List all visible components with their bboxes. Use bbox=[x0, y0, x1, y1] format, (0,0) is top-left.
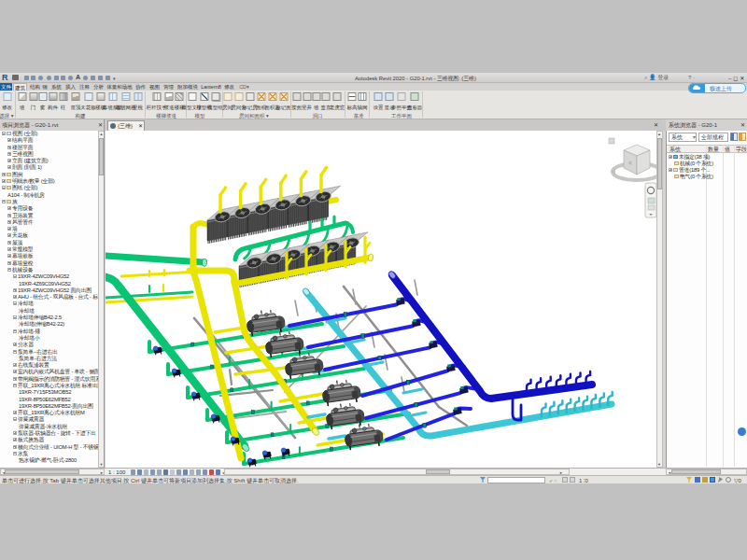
svg-text:前: 前 bbox=[628, 161, 632, 165]
